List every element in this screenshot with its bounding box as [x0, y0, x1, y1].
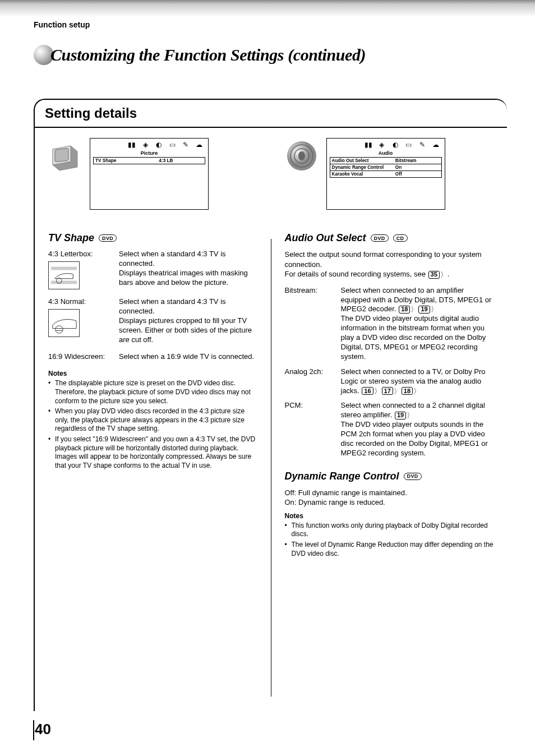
- label-text: 4:3 Letterbox:: [48, 250, 116, 258]
- subhead-text: Dynamic Range Control: [285, 471, 399, 482]
- def-label: PCM:: [285, 401, 338, 458]
- page-ref: 18: [402, 387, 413, 395]
- tv-icon: [48, 139, 82, 173]
- drc-line: On: Dynamic range is reduced.: [285, 497, 494, 508]
- intro-line: Select the output sound format correspon…: [285, 250, 494, 269]
- def-label: 4:3 Normal:: [48, 297, 116, 344]
- notes-heading: Notes: [285, 512, 494, 520]
- text: For details of sound recording systems, …: [285, 270, 428, 278]
- notes-list: This function works only during playback…: [285, 522, 494, 558]
- text: The DVD video player outputs sounds in t…: [341, 420, 488, 457]
- svg-rect-2: [51, 267, 77, 270]
- drc-heading: Dynamic Range Control DVD: [285, 471, 494, 482]
- intro-line: For details of sound recording systems, …: [285, 269, 494, 279]
- text: Off:: [285, 488, 297, 497]
- audio-intro: Select the output sound format correspon…: [285, 250, 494, 279]
- def-label: 4:3 Letterbox:: [48, 250, 116, 289]
- osd-title: Picture: [93, 150, 205, 156]
- osd-row: Dynamic Range Control On: [330, 164, 442, 171]
- drc-line: Off: Full dynamic range is maintained.: [285, 488, 494, 498]
- page-rule: [33, 720, 34, 740]
- dvd-badge: DVD: [404, 473, 422, 480]
- def-body: Select when a standard 4:3 TV is connect…: [119, 297, 257, 344]
- def-label: Analog 2ch:: [285, 367, 338, 396]
- osd-val: 4:3 LB: [158, 158, 203, 163]
- note-item: This function works only during playback…: [285, 522, 494, 539]
- svg-rect-1: [50, 263, 78, 288]
- page-ref: 16: [362, 387, 373, 395]
- osd-key: TV Shape: [95, 158, 158, 163]
- def-body: Select when a 16:9 wide TV is connected.: [119, 352, 257, 362]
- angle-icon: 〉: [431, 305, 438, 315]
- osd-icon: ☁: [432, 141, 440, 148]
- normal-thumb-icon: [48, 309, 80, 337]
- osd-icon: ◐: [155, 141, 163, 148]
- angle-icon: 〉: [407, 411, 414, 421]
- def-row: 4:3 Normal: Select when a standard 4:3 T…: [48, 297, 257, 344]
- osd-icon: ✎: [182, 141, 190, 148]
- speaker-icon: [285, 139, 319, 173]
- dvd-badge: DVD: [371, 234, 389, 242]
- title-row: Customizing the Function Settings (conti…: [34, 45, 507, 65]
- breadcrumb: Function setup: [34, 20, 507, 29]
- angle-icon: 〉: [440, 270, 448, 280]
- osd-row: TV Shape 4:3 LB: [93, 157, 205, 164]
- letterbox-thumb-icon: [48, 261, 80, 289]
- def-body: Select when connected to a 2 channel dig…: [341, 401, 494, 458]
- settings-panel: Setting details ▮▮: [34, 99, 507, 711]
- left-column: ▮▮ ◈ ◐ ▭ ✎ ☁ Picture TV Shape 4:3 LB: [35, 138, 271, 697]
- def-label: 16:9 Widescreen:: [48, 352, 116, 362]
- right-column: ▮▮ ◈ ◐ ▭ ✎ ☁ Audio Audio Out Select Bits…: [271, 138, 508, 697]
- audio-header: ▮▮ ◈ ◐ ▭ ✎ ☁ Audio Audio Out Select Bits…: [285, 138, 494, 210]
- subhead-text: TV Shape: [48, 232, 94, 244]
- page-ref: 19: [418, 306, 430, 314]
- svg-rect-0: [55, 148, 68, 162]
- def-row: 16:9 Widescreen: Select when a 16:9 wide…: [48, 352, 257, 362]
- osd-tab-icons: ▮▮ ◈ ◐ ▭ ✎ ☁: [330, 141, 442, 148]
- page-content: Function setup Customizing the Function …: [0, 0, 535, 734]
- osd-val: Off: [394, 172, 440, 177]
- tv-shape-heading: TV Shape DVD: [48, 232, 257, 244]
- angle-icon: 〉: [394, 387, 401, 397]
- def-body: Select when a standard 4:3 TV is connect…: [119, 250, 257, 289]
- osd-key: Audio Out Select: [332, 158, 394, 163]
- osd-key: Dynamic Range Control: [332, 165, 394, 170]
- text: The DVD video player outputs digital aud…: [341, 314, 486, 361]
- audio-osd: ▮▮ ◈ ◐ ▭ ✎ ☁ Audio Audio Out Select Bits…: [326, 138, 445, 210]
- note-item: The level of Dynamic Range Reduction may…: [285, 541, 494, 558]
- note-item: If you select "16:9 Widescreen" and you …: [48, 435, 257, 470]
- osd-key: Karaoke Vocal: [332, 172, 394, 177]
- angle-icon: 〉: [413, 387, 421, 397]
- dvd-badge: DVD: [99, 234, 117, 242]
- osd-val: Bitstream: [394, 158, 440, 163]
- page-ref: 17: [382, 387, 393, 395]
- angle-icon: 〉: [374, 387, 381, 397]
- angle-icon: 〉: [411, 305, 418, 315]
- svg-point-5: [56, 326, 63, 333]
- text: Dynamic range is reduced.: [298, 498, 385, 506]
- osd-row: Karaoke Vocal Off: [330, 171, 442, 178]
- audio-out-heading: Audio Out Select DVD CD: [285, 232, 494, 244]
- osd-icon: ▮▮: [365, 141, 372, 148]
- def-body: Select when connected to a TV, or Dolby …: [341, 367, 494, 396]
- settings-heading: Setting details: [35, 100, 507, 128]
- osd-val: On: [394, 165, 440, 170]
- osd-icon: ◈: [141, 141, 149, 148]
- def-row: Bitstream: Select when connected to an a…: [285, 286, 494, 362]
- osd-icon: ▮▮: [128, 141, 136, 148]
- osd-icon: ◐: [391, 141, 399, 148]
- page-ref: 35: [428, 271, 440, 279]
- picture-osd: ▮▮ ◈ ◐ ▭ ✎ ☁ Picture TV Shape 4:3 LB: [90, 138, 209, 210]
- def-label: Bitstream:: [285, 286, 338, 362]
- svg-point-9: [298, 151, 305, 160]
- subhead-text: Audio Out Select: [285, 232, 366, 244]
- page-number: 40: [35, 721, 51, 738]
- osd-icon: ☁: [195, 141, 203, 148]
- def-body: Select when connected to an amplifier eq…: [341, 286, 494, 362]
- notes-heading: Notes: [48, 370, 257, 377]
- note-item: The displayable picture size is preset o…: [48, 379, 257, 405]
- osd-row: Audio Out Select Bitstream: [330, 157, 442, 164]
- page-ref: 19: [395, 412, 406, 420]
- note-item: When you play DVD video discs recorded i…: [48, 407, 257, 434]
- def-row: Analog 2ch: Select when connected to a T…: [285, 367, 494, 396]
